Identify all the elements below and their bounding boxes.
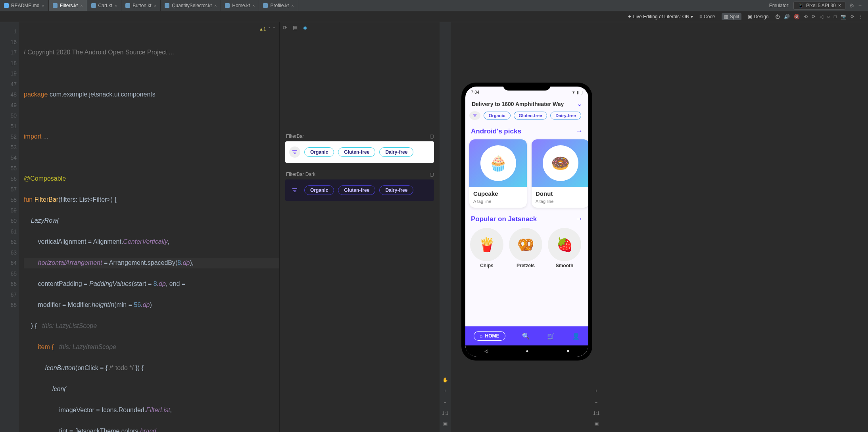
tab-readme[interactable]: README.md×	[0, 0, 49, 11]
device-screen[interactable]: 7:04 ▾▮▯ Delivery to 1600 Amphitheater W…	[465, 87, 588, 357]
emulator-label: Emulator:	[769, 3, 789, 8]
close-icon[interactable]: ×	[154, 3, 156, 8]
close-icon[interactable]: ×	[42, 3, 44, 8]
filter-chip[interactable]: Gluten-free	[338, 147, 375, 157]
device-frame-icon[interactable]: ▢	[430, 172, 434, 177]
tab-home[interactable]: Home.kt×	[221, 0, 259, 11]
section-title: Popular on Jetsnack	[471, 215, 537, 223]
close-icon[interactable]: ×	[214, 3, 217, 8]
arrow-right-icon[interactable]: →	[576, 215, 583, 223]
close-icon[interactable]: ×	[838, 3, 841, 8]
filter-chip[interactable]: Dairy-free	[550, 112, 581, 120]
filter-chip[interactable]: Gluten-free	[338, 185, 375, 195]
filter-chip[interactable]: Organic	[304, 147, 334, 157]
filter-list-icon[interactable]	[289, 185, 300, 196]
sys-home-icon[interactable]: ●	[526, 348, 528, 354]
code-editor[interactable]: ▲1 ˄ ˅ / Copyright 2020 The Android Open…	[19, 22, 279, 432]
close-icon[interactable]: ×	[80, 3, 83, 8]
zoom-fit[interactable]: 1:1	[442, 411, 449, 416]
live-edit-toggle[interactable]: ✦ Live Editing of Literals: ON ▾	[628, 14, 693, 19]
device-dropdown[interactable]: 📱 Pixel 5 API 30 ×	[793, 2, 845, 10]
snack-image: 🍩	[543, 145, 578, 181]
filter-list-icon[interactable]	[469, 111, 480, 120]
volume-up-icon[interactable]: 🔊	[784, 14, 790, 19]
warning-icon[interactable]: ▲1	[259, 24, 266, 35]
wifi-icon: ▾	[572, 90, 575, 95]
zoom-out-icon[interactable]: －	[594, 399, 599, 406]
more-icon[interactable]: ⋮	[858, 14, 863, 19]
main-area: 1161718194748495051525354555657585960616…	[0, 22, 868, 432]
chevron-down-icon[interactable]: ˅	[273, 24, 275, 35]
overview-icon[interactable]: □	[834, 14, 837, 19]
inspection-badges[interactable]: ▲1 ˄ ˅	[259, 24, 275, 35]
tab-filters[interactable]: Filters.kt×	[49, 0, 87, 11]
filter-chip[interactable]: Dairy-free	[379, 185, 413, 195]
filter-list-icon[interactable]	[289, 147, 300, 158]
tab-label: Button.kt	[133, 3, 151, 8]
emulator-selector: Emulator: 📱 Pixel 5 API 30 × ⚙ −	[769, 2, 868, 10]
sys-recent-icon[interactable]: ■	[567, 348, 569, 354]
home-icon[interactable]: ○	[827, 14, 830, 19]
arrow-right-icon[interactable]: →	[576, 127, 583, 135]
delivery-address[interactable]: Delivery to 1600 Amphitheater Way⌄	[465, 98, 588, 111]
record-icon[interactable]: ⟳	[851, 14, 855, 19]
view-split[interactable]: ▥ Split	[722, 13, 741, 20]
popular-row[interactable]: 🍟Chips 🥨Pretzels 🍓Smooth	[465, 226, 588, 271]
sys-back-icon[interactable]: ◁	[484, 348, 488, 354]
zoom-in-icon[interactable]: ＋	[594, 388, 599, 394]
filter-chip[interactable]: Organic	[484, 112, 511, 120]
view-design[interactable]: ▣ Design	[745, 13, 771, 20]
tab-profile[interactable]: Profile.kt×	[259, 0, 298, 11]
chevron-down-icon: ⌄	[577, 101, 582, 107]
zoom-fit[interactable]: 1:1	[593, 411, 600, 416]
view-code[interactable]: ≡ Code	[697, 13, 718, 20]
nav-search-icon[interactable]: 🔍	[522, 332, 530, 340]
preview-label-light: FilterBar ▢	[286, 133, 434, 139]
zoom-in-icon[interactable]: ＋	[443, 388, 447, 394]
pan-icon[interactable]: ✋	[442, 377, 448, 383]
close-icon[interactable]: ×	[252, 3, 255, 8]
snack-cards[interactable]: 🧁 CupcakeA tag line 🍩 DonutA tag line	[465, 138, 588, 212]
snack-card[interactable]: 🍩 DonutA tag line	[532, 139, 588, 208]
zoom-out-icon[interactable]: －	[443, 399, 447, 406]
close-icon[interactable]: ×	[291, 3, 294, 8]
gear-icon[interactable]: ⚙	[849, 2, 855, 9]
filterbar-preview-light[interactable]: Organic Gluten-free Dairy-free	[285, 141, 434, 163]
snack-title: Cupcake	[473, 190, 498, 197]
popular-item[interactable]: 🥨Pretzels	[509, 228, 542, 268]
fit-screen-icon[interactable]: ▣	[443, 421, 447, 426]
device-frame-icon[interactable]: ▢	[430, 133, 434, 139]
tab-label: Profile.kt	[270, 3, 289, 8]
back-icon[interactable]: ◁	[820, 14, 823, 19]
popular-item[interactable]: 🍓Smooth	[548, 228, 581, 268]
item-label: Pretzels	[517, 263, 535, 268]
popular-item[interactable]: 🍟Chips	[470, 228, 503, 268]
snack-card[interactable]: 🧁 CupcakeA tag line	[469, 139, 527, 208]
editor-toolbar: ✦ Live Editing of Literals: ON ▾ ≡ Code …	[0, 11, 868, 22]
menu-icon[interactable]: −	[858, 2, 862, 9]
filter-chip[interactable]: Gluten-free	[514, 112, 547, 120]
screenshot-icon[interactable]: 📷	[841, 14, 847, 19]
filterbar-preview-dark[interactable]: Organic Gluten-free Dairy-free	[285, 179, 434, 201]
filter-chip[interactable]: Dairy-free	[379, 147, 413, 157]
tab-label: Filters.kt	[60, 3, 78, 8]
fit-screen-icon[interactable]: ▣	[594, 421, 599, 426]
volume-down-icon[interactable]: 🔇	[794, 14, 800, 19]
rotate-right-icon[interactable]: ⟳	[812, 14, 816, 19]
bottom-nav: ⌂ HOME 🔍 🛒 👤	[465, 326, 588, 345]
rotate-left-icon[interactable]: ⟲	[804, 14, 808, 19]
preview-label-dark: FilterBar Dark ▢	[286, 172, 434, 177]
chevron-up-icon[interactable]: ˄	[268, 24, 271, 35]
filter-chip[interactable]: Organic	[304, 185, 334, 195]
device-name: Pixel 5 API 30	[806, 3, 836, 8]
nav-profile-icon[interactable]: 👤	[572, 332, 580, 340]
tab-cart[interactable]: Cart.kt×	[87, 0, 122, 11]
nav-home[interactable]: ⌂ HOME	[474, 331, 505, 341]
nav-cart-icon[interactable]: 🛒	[547, 332, 555, 340]
power-icon[interactable]: ⏻	[775, 14, 780, 19]
tab-quantity[interactable]: QuantitySelector.kt×	[161, 0, 221, 11]
item-label: Chips	[480, 263, 493, 268]
close-icon[interactable]: ×	[115, 3, 117, 8]
tab-button[interactable]: Button.kt×	[121, 0, 161, 11]
compose-preview: ⟳ ▤ ◆ ✓ FilterBar ▢ Organic Gluten-free …	[279, 22, 451, 432]
